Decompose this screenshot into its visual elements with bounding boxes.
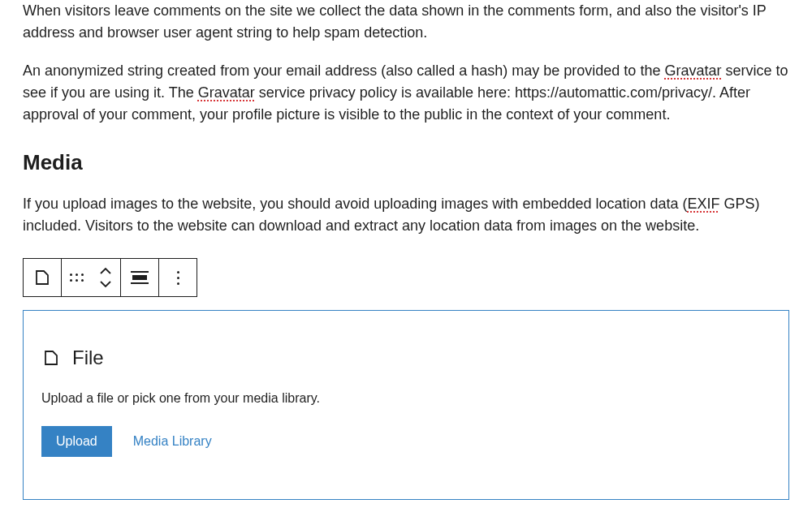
chevron-up-icon <box>97 267 114 277</box>
file-icon <box>41 348 61 368</box>
move-up-button[interactable] <box>97 266 114 278</box>
upload-button[interactable]: Upload <box>41 426 112 457</box>
file-block-title: File <box>72 343 104 372</box>
file-icon <box>32 268 52 287</box>
more-icon <box>177 271 179 285</box>
heading-media: Media <box>23 147 789 179</box>
block-type-button[interactable] <box>24 259 61 296</box>
media-library-button[interactable]: Media Library <box>133 434 212 449</box>
file-block-description: Upload a file or pick one from your medi… <box>41 389 771 408</box>
align-button[interactable] <box>121 259 158 296</box>
drag-icon <box>70 273 84 282</box>
file-block-actions: Upload Media Library <box>41 426 771 457</box>
drag-handle-button[interactable] <box>62 259 91 296</box>
toolbar-group-more <box>159 259 197 296</box>
spellcheck-gravatar-2: Gravatar <box>198 84 255 101</box>
spellcheck-gravatar-1: Gravatar <box>664 62 721 79</box>
toolbar-group-align <box>121 259 159 296</box>
toolbar-group-move <box>62 259 121 296</box>
file-block[interactable]: File Upload a file or pick one from your… <box>23 310 789 500</box>
file-block-header: File <box>41 343 771 372</box>
move-arrows <box>91 259 120 296</box>
chevron-down-icon <box>97 278 114 288</box>
paragraph-gravatar: An anonymized string created from your e… <box>23 60 789 126</box>
paragraph-comments: When visitors leave comments on the site… <box>23 0 789 44</box>
toolbar-group-block <box>24 259 62 296</box>
spellcheck-exif: EXIF <box>688 196 720 212</box>
move-down-button[interactable] <box>97 278 114 289</box>
block-toolbar <box>23 258 197 297</box>
paragraph-media: If you upload images to the website, you… <box>23 193 789 237</box>
more-options-button[interactable] <box>159 259 197 296</box>
align-icon <box>131 271 149 284</box>
